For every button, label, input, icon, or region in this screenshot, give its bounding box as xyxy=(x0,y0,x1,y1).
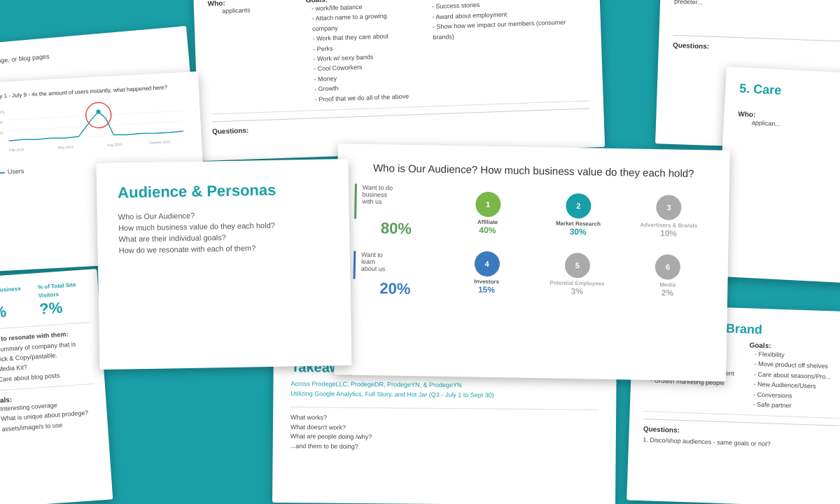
node-media: 6 Media 2% xyxy=(625,248,711,303)
node-5-pct: 3% xyxy=(570,286,583,295)
learn-about-us: Want tolearnabout us 20% xyxy=(353,251,438,299)
slide-bottomleft: % of Business Value 2% % of Total Site V… xyxy=(0,269,113,504)
predeter-text: predeter... xyxy=(674,0,840,13)
node-5-circle: 5 xyxy=(565,252,591,278)
learn-label: Want tolearnabout us xyxy=(361,251,438,274)
audience-grid: Want to dobusinesswith us 80% Want tolea… xyxy=(353,184,712,304)
svg-text:Feb 2015: Feb 2015 xyxy=(9,147,24,152)
node-3-pct: 10% xyxy=(660,228,677,238)
site-visitors: ?% xyxy=(38,297,90,318)
audience-nodes: 1 Affiliate 40% 2 Market Research 30% 3 … xyxy=(444,186,712,304)
farright-who: Who: applican... xyxy=(737,110,840,133)
node-employees: 5 Potential Employees 3% xyxy=(534,246,620,302)
node-6-circle: 6 xyxy=(655,254,681,280)
svg-text:1,000: 1,000 xyxy=(0,131,4,136)
topcenter-layout: Who: applicants Goals: work/life balance… xyxy=(208,0,589,108)
q3: What are their individual goals? xyxy=(118,231,328,243)
node-4-number: 4 xyxy=(484,259,489,267)
node-6-label: Media xyxy=(659,281,676,288)
q2: How much business value do they each hol… xyxy=(118,220,328,232)
audience-title: Who is Our Audience? How much business v… xyxy=(355,162,712,180)
biz-value-section: % of Business Value 2% xyxy=(0,284,29,322)
legend-line xyxy=(0,172,5,174)
node-affiliate: 1 Affiliate 40% xyxy=(445,186,531,241)
goals-list: work/life balance Attach name to a growi… xyxy=(306,0,416,104)
right-goals-section: Clear De... Success stories Award about … xyxy=(426,0,589,100)
learn-bar: Want tolearnabout us xyxy=(354,251,438,281)
slide-center-audience: Who is Our Audience? How much business v… xyxy=(334,144,730,382)
node-1-number: 1 xyxy=(486,200,490,208)
takeaway-q4: ...and them to be doing? xyxy=(290,442,598,454)
site-visitors-section: % of Total Site Visitors ?% xyxy=(38,280,90,318)
who-section: Who: applicants xyxy=(208,0,295,108)
node-2-number: 2 xyxy=(576,202,580,210)
advertiser-goals: Goals: Flexibility Move product off shel… xyxy=(747,341,840,412)
node-6-pct: 2% xyxy=(662,288,674,298)
farright-number: 5. Care xyxy=(739,81,840,102)
legend-label: Users xyxy=(8,167,24,177)
node-1-pct: 40% xyxy=(479,225,496,234)
business-bar: Want to dobusinesswith us xyxy=(354,184,439,220)
node-2-pct: 30% xyxy=(570,226,587,236)
node-investors: 4 Investors 15% xyxy=(444,245,530,300)
biz-visitors-row: % of Business Value 2% % of Total Site V… xyxy=(0,280,90,322)
node-advertisers: 3 Advertisers & Brands 10% xyxy=(626,188,712,244)
business-pct: 80% xyxy=(354,219,438,239)
who-value: applicants xyxy=(222,4,292,16)
goals-section: Goals: work/life balance Attach name to … xyxy=(305,0,415,104)
questions-label-right: Questions: xyxy=(673,34,840,54)
audience-left-col: Want to dobusinesswith us 80% Want tolea… xyxy=(353,184,439,299)
slide-farright: 5. Care Who: applican... xyxy=(715,66,840,284)
node-4-circle: 4 xyxy=(474,251,500,276)
audience-personas-title: Audience & Personas xyxy=(118,180,328,202)
node-2-circle: 2 xyxy=(566,192,592,218)
learn-pct: 20% xyxy=(353,279,437,299)
advertiser-divider xyxy=(644,411,840,419)
node-4-pct: 15% xyxy=(478,284,495,294)
q1: Who is Our Audience? xyxy=(118,209,328,220)
business-with-us: Want to dobusinesswith us 80% xyxy=(354,184,439,239)
takeaways-questions: What works? What doesn't work? What are … xyxy=(290,413,598,454)
node-3-circle: 3 xyxy=(656,195,682,220)
svg-text:Aug 2015: Aug 2015 xyxy=(107,142,122,147)
node-3-number: 3 xyxy=(667,203,671,211)
business-label: Want to dobusinesswith us xyxy=(362,184,439,206)
node-1-label: Affiliate xyxy=(477,218,498,225)
slide-topcenter: Who: applicants Goals: work/life balance… xyxy=(193,0,605,161)
node-6-number: 6 xyxy=(666,262,670,271)
svg-text:May 2015: May 2015 xyxy=(58,145,74,150)
audience-questions: Who is Our Audience? How much business v… xyxy=(118,209,329,254)
svg-text:Users: Users xyxy=(0,110,4,115)
takeaways-divider xyxy=(290,407,598,410)
users-chart: Users 2,000 1,000 0 Feb 2015 May 2015 Au… xyxy=(0,97,192,163)
takeaways-subtitle2: Utilizing Google Analytics, Full Story, … xyxy=(290,389,598,401)
biz-value: 2% xyxy=(0,301,29,322)
node-5-number: 5 xyxy=(575,261,580,270)
slide-topleft-text: ds page, or blog pages xyxy=(0,41,174,67)
svg-line-5 xyxy=(8,121,183,130)
topright-questions: Questions: xyxy=(673,34,840,54)
slide-center-main: Audience & Personas Who is Our Audience?… xyxy=(96,159,351,370)
svg-text:2,000: 2,000 xyxy=(0,120,3,125)
q4: How do we resonate with each of them? xyxy=(119,242,329,254)
node-1-circle: 1 xyxy=(475,191,501,217)
chart-svg: Users 2,000 1,000 0 Feb 2015 May 2015 Au… xyxy=(0,97,185,162)
svg-text:October 2015: October 2015 xyxy=(149,139,171,145)
node-market-research: 2 Market Research 30% xyxy=(536,187,622,242)
